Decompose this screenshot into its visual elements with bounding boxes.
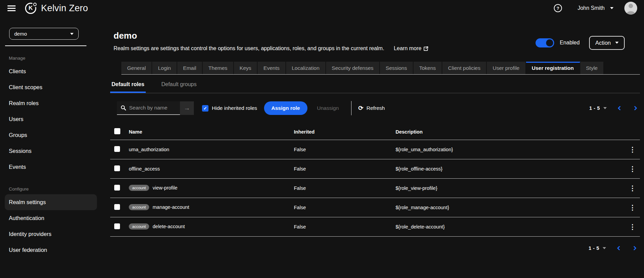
kebab-menu-icon[interactable]: ⋮ <box>629 146 636 153</box>
sidebar-item-client-scopes[interactable]: Client scopes <box>0 79 102 95</box>
sidebar-item-realm-settings[interactable]: Realm settings <box>5 194 97 210</box>
row-checkbox[interactable] <box>114 204 120 210</box>
pagination-prev-button[interactable] <box>617 105 622 111</box>
role-name: manage-account <box>153 204 189 210</box>
sidebar-item-groups[interactable]: Groups <box>0 127 102 143</box>
tab-events[interactable]: Events <box>258 62 286 74</box>
external-link-icon <box>424 46 428 51</box>
help-icon[interactable]: ? <box>554 4 562 12</box>
row-checkbox[interactable] <box>114 185 120 191</box>
learn-more-label: Learn more <box>394 45 422 52</box>
chevron-left-icon <box>616 245 621 251</box>
pagination-next-button[interactable] <box>633 105 638 111</box>
sidebar-item-user-federation[interactable]: User federation <box>0 242 102 258</box>
role-name: delete-account <box>153 224 185 229</box>
logo-letter: K <box>28 5 33 12</box>
tab-user-profile[interactable]: User profile <box>487 62 526 74</box>
user-name[interactable]: John Smith <box>578 5 605 11</box>
learn-more-link[interactable]: Learn more <box>394 45 429 52</box>
kebab-menu-icon[interactable]: ⋮ <box>629 165 636 172</box>
user-menu-caret-icon[interactable] <box>610 7 613 9</box>
tab-themes[interactable]: Themes <box>203 62 234 74</box>
pagination-bottom: 1 - 5 <box>588 245 637 251</box>
pagination-top: 1 - 5 <box>589 105 640 111</box>
tab-login[interactable]: Login <box>152 62 177 74</box>
action-dropdown-button[interactable]: Action <box>589 36 625 50</box>
avatar[interactable] <box>624 2 637 15</box>
sidebar: demo Manage Clients Client scopes Realm … <box>0 16 102 278</box>
kebab-menu-icon[interactable]: ⋮ <box>629 185 636 192</box>
sidebar-item-identity-providers[interactable]: Identity providers <box>0 226 102 242</box>
subtab-default-groups[interactable]: Default groups <box>160 81 198 93</box>
tab-sessions[interactable]: Sessions <box>380 62 414 74</box>
sidebar-item-users[interactable]: Users <box>0 111 102 127</box>
roles-toolbar: → ✓ Hide inherited roles Assign role Una… <box>110 101 640 116</box>
role-inherited: False <box>294 217 396 237</box>
role-description: ${role_manage-account} <box>396 198 622 217</box>
refresh-icon: ⟳ <box>358 104 363 112</box>
sidebar-divider <box>5 45 86 46</box>
pagination-prev-button[interactable] <box>616 245 621 251</box>
pagination-next-button[interactable] <box>632 245 637 251</box>
pagination-caret-icon[interactable] <box>603 247 606 249</box>
subtab-default-roles[interactable]: Default roles <box>110 81 146 93</box>
sidebar-item-authentication[interactable]: Authentication <box>0 210 102 226</box>
brand-title: Kelvin Zero <box>41 3 88 14</box>
topbar: K Kelvin Zero ? John Smith <box>0 0 644 16</box>
sidebar-item-clients[interactable]: Clients <box>0 63 102 79</box>
search-input[interactable] <box>129 105 180 111</box>
kebab-menu-icon[interactable]: ⋮ <box>629 204 636 211</box>
tab-style[interactable]: Style <box>580 62 604 74</box>
kebab-menu-icon[interactable]: ⋮ <box>629 223 636 230</box>
role-description: ${role_offline-access} <box>396 159 622 179</box>
realm-settings-tabs: General Login Email Themes Keys Events L… <box>121 62 640 75</box>
toggle-knob <box>546 39 553 46</box>
sidebar-section-manage: Manage <box>9 56 102 61</box>
tab-localization[interactable]: Localization <box>286 62 326 74</box>
hamburger-menu-icon[interactable] <box>7 5 16 11</box>
enabled-label: Enabled <box>560 40 580 46</box>
kelvin-zero-logo-icon: K <box>25 3 36 14</box>
assign-role-button[interactable]: Assign role <box>264 101 307 115</box>
tab-security-defenses[interactable]: Security defenses <box>326 62 380 74</box>
role-description: ${role_uma_authorization} <box>396 140 622 159</box>
unassign-button[interactable]: Unassign <box>313 101 343 115</box>
default-roles-table: Name Inherited Description uma_authoriza… <box>110 124 640 237</box>
search-icon <box>121 105 126 111</box>
action-label: Action <box>595 40 611 46</box>
role-inherited: False <box>294 159 396 179</box>
row-checkbox[interactable] <box>114 165 120 171</box>
hide-inherited-roles-label: Hide inherited roles <box>212 105 257 111</box>
realm-selector[interactable]: demo <box>9 28 79 40</box>
sidebar-item-sessions[interactable]: Sessions <box>0 143 102 159</box>
table-header-row: Name Inherited Description <box>110 124 640 140</box>
tab-keys[interactable]: Keys <box>234 62 258 74</box>
role-inherited: False <box>294 198 396 217</box>
role-inherited: False <box>294 179 396 198</box>
refresh-button[interactable]: ⟳ Refresh <box>358 104 385 112</box>
select-all-checkbox[interactable] <box>114 128 120 134</box>
role-description: ${role_delete-account} <box>396 217 622 237</box>
tab-email[interactable]: Email <box>177 62 203 74</box>
column-header-inherited: Inherited <box>294 124 396 140</box>
chevron-down-icon <box>70 33 74 35</box>
sidebar-item-realm-roles[interactable]: Realm roles <box>0 95 102 111</box>
client-badge: account <box>129 204 149 210</box>
row-checkbox[interactable] <box>114 146 120 152</box>
tab-tokens[interactable]: Tokens <box>414 62 442 74</box>
search-submit-button[interactable]: → <box>180 101 194 115</box>
chevron-left-icon <box>617 105 622 111</box>
arrow-right-icon: → <box>184 104 190 112</box>
table-row: accountmanage-account False ${role_manag… <box>110 198 640 217</box>
tab-user-registration[interactable]: User registration <box>526 62 580 74</box>
tab-client-policies[interactable]: Client policies <box>442 62 487 74</box>
hide-inherited-roles-checkbox[interactable]: ✓ Hide inherited roles <box>202 105 257 112</box>
role-name: uma_authorization <box>129 147 169 152</box>
sidebar-item-events[interactable]: Events <box>0 159 102 175</box>
enabled-toggle[interactable] <box>536 38 554 47</box>
row-checkbox[interactable] <box>114 223 120 229</box>
pagination-caret-icon[interactable] <box>603 107 607 109</box>
table-row: accountview-profile False ${role_view-pr… <box>110 179 640 198</box>
tab-general[interactable]: General <box>121 62 152 74</box>
page-description: Realm settings are settings that control… <box>114 45 384 52</box>
